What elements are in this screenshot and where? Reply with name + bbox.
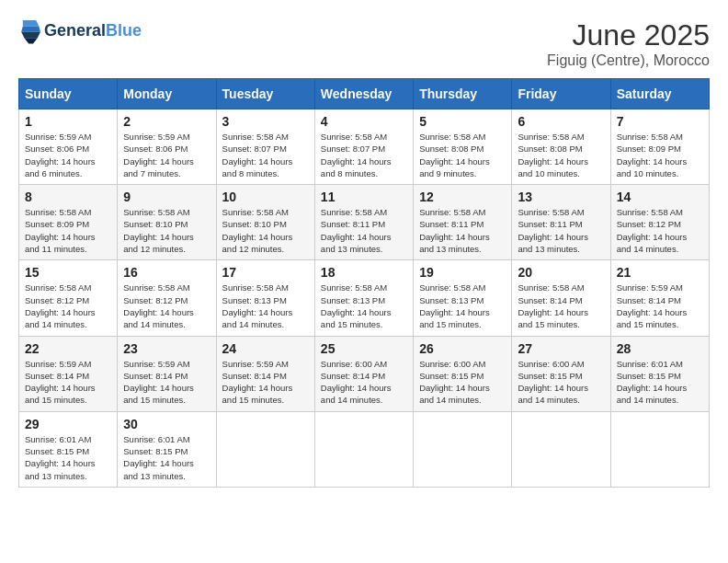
calendar-header-row: SundayMondayTuesdayWednesdayThursdayFrid… xyxy=(19,79,710,109)
calendar-week-row: 15Sunrise: 5:58 AMSunset: 8:12 PMDayligh… xyxy=(19,260,710,336)
day-info: Sunrise: 5:58 AMSunset: 8:14 PMDaylight:… xyxy=(518,282,604,330)
day-info: Sunrise: 5:58 AMSunset: 8:12 PMDaylight:… xyxy=(25,282,111,330)
page-header: GeneralBlue June 2025 Figuig (Centre), M… xyxy=(18,18,710,69)
calendar-cell: 9Sunrise: 5:58 AMSunset: 8:10 PMDaylight… xyxy=(118,185,216,260)
day-info: Sunrise: 6:00 AMSunset: 8:14 PMDaylight:… xyxy=(321,358,407,407)
day-info: Sunrise: 5:59 AMSunset: 8:06 PMDaylight:… xyxy=(123,131,210,179)
calendar-cell: 23Sunrise: 5:59 AMSunset: 8:14 PMDayligh… xyxy=(118,336,216,411)
day-info: Sunrise: 5:58 AMSunset: 8:13 PMDaylight:… xyxy=(419,282,506,330)
day-info: Sunrise: 5:58 AMSunset: 8:08 PMDaylight:… xyxy=(419,131,506,179)
day-number: 6 xyxy=(518,114,604,129)
day-info: Sunrise: 5:59 AMSunset: 8:06 PMDaylight:… xyxy=(25,131,111,179)
day-number: 8 xyxy=(25,190,111,204)
calendar-week-row: 22Sunrise: 5:59 AMSunset: 8:14 PMDayligh… xyxy=(19,336,710,411)
calendar-cell: 1Sunrise: 5:59 AMSunset: 8:06 PMDaylight… xyxy=(19,109,118,185)
day-number: 12 xyxy=(419,190,506,204)
day-number: 25 xyxy=(321,341,407,356)
day-header-thursday: Thursday xyxy=(414,79,512,109)
day-info: Sunrise: 5:58 AMSunset: 8:10 PMDaylight:… xyxy=(222,206,309,255)
calendar-cell: 4Sunrise: 5:58 AMSunset: 8:07 PMDaylight… xyxy=(314,109,413,185)
calendar-week-row: 8Sunrise: 5:58 AMSunset: 8:09 PMDaylight… xyxy=(19,185,710,260)
day-number: 23 xyxy=(123,341,210,356)
logo-icon xyxy=(18,18,40,44)
day-info: Sunrise: 5:58 AMSunset: 8:13 PMDaylight:… xyxy=(222,282,309,330)
day-info: Sunrise: 5:59 AMSunset: 8:14 PMDaylight:… xyxy=(617,282,703,330)
calendar-cell: 15Sunrise: 5:58 AMSunset: 8:12 PMDayligh… xyxy=(19,260,118,336)
calendar-cell: 20Sunrise: 5:58 AMSunset: 8:14 PMDayligh… xyxy=(512,260,610,336)
day-number: 11 xyxy=(321,190,407,204)
day-info: Sunrise: 5:59 AMSunset: 8:14 PMDaylight:… xyxy=(25,358,111,407)
calendar-cell xyxy=(512,411,610,487)
day-number: 9 xyxy=(123,190,210,204)
day-number: 1 xyxy=(25,114,111,129)
calendar-cell: 27Sunrise: 6:00 AMSunset: 8:15 PMDayligh… xyxy=(512,336,610,411)
day-info: Sunrise: 6:00 AMSunset: 8:15 PMDaylight:… xyxy=(419,358,506,407)
day-number: 17 xyxy=(222,265,309,280)
day-number: 15 xyxy=(25,265,111,280)
calendar-cell xyxy=(216,411,314,487)
calendar-cell: 7Sunrise: 5:58 AMSunset: 8:09 PMDaylight… xyxy=(610,109,709,185)
location: Figuig (Centre), Morocco xyxy=(547,52,710,69)
day-info: Sunrise: 5:58 AMSunset: 8:09 PMDaylight:… xyxy=(25,206,111,255)
day-number: 21 xyxy=(617,265,703,280)
svg-marker-0 xyxy=(23,20,40,26)
calendar-cell: 6Sunrise: 5:58 AMSunset: 8:08 PMDaylight… xyxy=(512,109,610,185)
day-info: Sunrise: 5:58 AMSunset: 8:13 PMDaylight:… xyxy=(321,282,407,330)
calendar-cell: 26Sunrise: 6:00 AMSunset: 8:15 PMDayligh… xyxy=(414,336,512,411)
day-info: Sunrise: 6:00 AMSunset: 8:15 PMDaylight:… xyxy=(518,358,604,407)
day-header-friday: Friday xyxy=(512,79,610,109)
day-info: Sunrise: 5:58 AMSunset: 8:12 PMDaylight:… xyxy=(123,282,210,330)
day-info: Sunrise: 5:58 AMSunset: 8:11 PMDaylight:… xyxy=(518,206,604,255)
calendar-cell: 19Sunrise: 5:58 AMSunset: 8:13 PMDayligh… xyxy=(414,260,512,336)
calendar-table: SundayMondayTuesdayWednesdayThursdayFrid… xyxy=(18,78,710,488)
day-number: 16 xyxy=(123,265,210,280)
day-info: Sunrise: 5:59 AMSunset: 8:14 PMDaylight:… xyxy=(123,358,210,407)
month-year: June 2025 xyxy=(547,18,710,52)
calendar-cell: 5Sunrise: 5:58 AMSunset: 8:08 PMDaylight… xyxy=(414,109,512,185)
day-number: 3 xyxy=(222,114,309,129)
day-header-saturday: Saturday xyxy=(610,79,709,109)
calendar-cell: 21Sunrise: 5:59 AMSunset: 8:14 PMDayligh… xyxy=(610,260,709,336)
day-number: 5 xyxy=(419,114,506,129)
calendar-cell: 10Sunrise: 5:58 AMSunset: 8:10 PMDayligh… xyxy=(216,185,314,260)
day-info: Sunrise: 5:58 AMSunset: 8:07 PMDaylight:… xyxy=(321,131,407,179)
day-info: Sunrise: 5:58 AMSunset: 8:07 PMDaylight:… xyxy=(222,131,309,179)
day-info: Sunrise: 6:01 AMSunset: 8:15 PMDaylight:… xyxy=(123,433,210,482)
calendar-cell xyxy=(314,411,413,487)
calendar-cell: 13Sunrise: 5:58 AMSunset: 8:11 PMDayligh… xyxy=(512,185,610,260)
calendar-cell: 22Sunrise: 5:59 AMSunset: 8:14 PMDayligh… xyxy=(19,336,118,411)
calendar-cell: 8Sunrise: 5:58 AMSunset: 8:09 PMDaylight… xyxy=(19,185,118,260)
day-number: 27 xyxy=(518,341,604,356)
calendar-cell: 11Sunrise: 5:58 AMSunset: 8:11 PMDayligh… xyxy=(314,185,413,260)
day-info: Sunrise: 5:58 AMSunset: 8:12 PMDaylight:… xyxy=(617,206,703,255)
svg-marker-1 xyxy=(21,26,40,31)
svg-marker-3 xyxy=(24,38,37,43)
day-header-tuesday: Tuesday xyxy=(216,79,314,109)
day-number: 20 xyxy=(518,265,604,280)
day-number: 19 xyxy=(419,265,506,280)
day-info: Sunrise: 5:58 AMSunset: 8:10 PMDaylight:… xyxy=(123,206,210,255)
calendar-cell: 12Sunrise: 5:58 AMSunset: 8:11 PMDayligh… xyxy=(414,185,512,260)
day-info: Sunrise: 6:01 AMSunset: 8:15 PMDaylight:… xyxy=(617,358,703,407)
day-number: 22 xyxy=(25,341,111,356)
calendar-cell: 2Sunrise: 5:59 AMSunset: 8:06 PMDaylight… xyxy=(118,109,216,185)
calendar-week-row: 29Sunrise: 6:01 AMSunset: 8:15 PMDayligh… xyxy=(19,411,710,487)
calendar-cell: 28Sunrise: 6:01 AMSunset: 8:15 PMDayligh… xyxy=(610,336,709,411)
calendar-cell: 3Sunrise: 5:58 AMSunset: 8:07 PMDaylight… xyxy=(216,109,314,185)
day-number: 26 xyxy=(419,341,506,356)
day-number: 18 xyxy=(321,265,407,280)
day-number: 30 xyxy=(123,417,210,431)
day-number: 2 xyxy=(123,114,210,129)
calendar-cell: 30Sunrise: 6:01 AMSunset: 8:15 PMDayligh… xyxy=(118,411,216,487)
day-info: Sunrise: 5:58 AMSunset: 8:09 PMDaylight:… xyxy=(617,131,703,179)
calendar-cell: 18Sunrise: 5:58 AMSunset: 8:13 PMDayligh… xyxy=(314,260,413,336)
day-info: Sunrise: 6:01 AMSunset: 8:15 PMDaylight:… xyxy=(25,433,111,482)
calendar-cell: 17Sunrise: 5:58 AMSunset: 8:13 PMDayligh… xyxy=(216,260,314,336)
day-header-sunday: Sunday xyxy=(19,79,118,109)
calendar-cell: 16Sunrise: 5:58 AMSunset: 8:12 PMDayligh… xyxy=(118,260,216,336)
day-header-wednesday: Wednesday xyxy=(314,79,413,109)
day-number: 28 xyxy=(617,341,703,356)
day-number: 13 xyxy=(518,190,604,204)
day-header-monday: Monday xyxy=(118,79,216,109)
logo-text: GeneralBlue xyxy=(44,22,142,40)
